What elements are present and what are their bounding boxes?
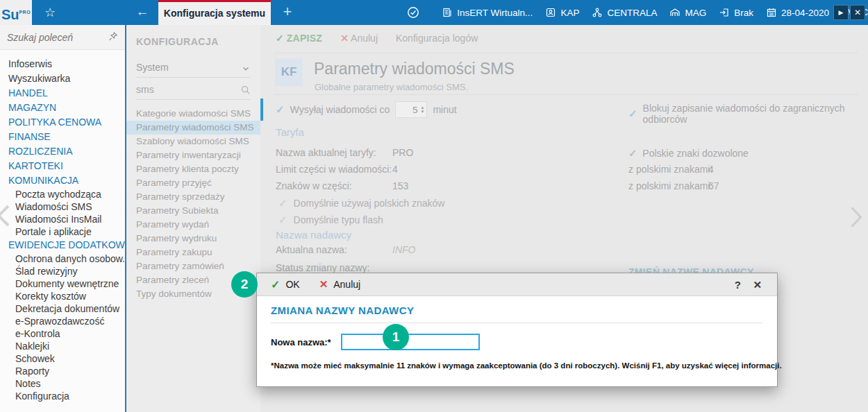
collapse-left-chevron-icon[interactable] — [0, 202, 11, 232]
field-value: INFO — [392, 244, 415, 255]
ok-button[interactable]: OK — [285, 279, 299, 290]
config-item[interactable]: Parametry klienta poczty — [126, 162, 260, 176]
status-item-user[interactable]: KAP — [545, 7, 579, 18]
sidebar-item-kartoteki[interactable]: KARTOTEKI — [0, 159, 125, 173]
back-arrow-icon[interactable]: ← — [132, 0, 153, 25]
config-search-input[interactable] — [136, 82, 233, 97]
config-item[interactable]: Parametry sprzedaży — [126, 190, 260, 204]
tab-konfiguracja-systemu[interactable]: Konfiguracja systemu — [158, 0, 271, 25]
annotation-badge-1: 1 — [383, 324, 409, 350]
cancel-button[interactable]: ✕ Anuluj — [340, 33, 378, 44]
sidebar-item-handel[interactable]: HANDEL — [0, 86, 125, 101]
sidebar-item-infoserwis[interactable]: Infoserwis — [0, 57, 125, 71]
save-button[interactable]: ✓ ZAPISZ — [276, 33, 322, 44]
sidebar-item-wiadomosci-insmail[interactable]: Wiadomości InsMail — [0, 213, 125, 225]
app-logo[interactable]: SuPRO — [0, 0, 32, 25]
sidebar-item-wyszukiwarka[interactable]: Wyszukiwarka — [0, 71, 125, 86]
stepper-arrows-icon[interactable]: ▲▼ — [420, 105, 424, 114]
cancel-x-icon: ✕ — [319, 278, 328, 291]
change-sender-name-dialog: ✓ OK ✕ Anuluj ? ✕ ZMIANA NAZWY NADAWCY N… — [256, 273, 778, 387]
config-item[interactable]: Szablony wiadomości SMS — [126, 135, 260, 148]
config-item[interactable]: Parametry przyjęć — [126, 176, 260, 190]
play-button[interactable]: ▶ — [833, 5, 849, 20]
sidebar-item-notes[interactable]: Notes — [0, 377, 125, 390]
sidebar-item-e-sprawozdawczosc[interactable]: e-Sprawozdawczość — [0, 315, 125, 327]
config-item[interactable]: Parametry zakupu — [126, 246, 260, 259]
sidebar-item-e-kontrola[interactable]: e-Kontrola — [0, 327, 125, 340]
status-item-label: MAG — [685, 8, 706, 18]
config-scope-dropdown[interactable]: System — [136, 60, 251, 78]
stepper-value: 5 — [401, 105, 420, 115]
block-foreign-label: Blokuj zapisanie wiadomości do zagranicz… — [643, 103, 868, 125]
config-panel: KONFIGURACJA System Kategorie wiadomości… — [126, 25, 260, 412]
cancel-label: Anuluj — [351, 33, 378, 44]
sidebar-item-schowek[interactable]: Schowek — [0, 352, 125, 365]
sidebar-item-magazyn[interactable]: MAGAZYN — [0, 101, 125, 115]
field-value: 4 — [708, 164, 714, 175]
status-item-branch[interactable]: CENTRALA — [592, 7, 657, 18]
sidebar-item-dokumenty-wewnetrzne[interactable]: Dokumenty wewnętrzne — [0, 277, 125, 290]
sidebar-item-raporty[interactable]: Raporty — [0, 365, 125, 377]
checkbox-checked-icon[interactable]: ✓ — [276, 103, 285, 116]
minutes-stepper[interactable]: 5▲▼ — [395, 101, 427, 118]
sidebar-item-poczta-wychodzaca[interactable]: Poczta wychodząca — [0, 188, 125, 200]
warehouse-icon — [669, 7, 681, 18]
config-item[interactable]: Parametry Subiekta — [126, 204, 260, 218]
default-polish-checkbox[interactable]: ✓Domyślnie używaj polskich znaków — [278, 197, 444, 209]
sidebar-item-dekretacja[interactable]: Dekretacja dokumentów — [0, 302, 125, 315]
checkbox-checked-icon[interactable]: ✓ — [628, 147, 637, 159]
sidebar-item-portale[interactable]: Portale i aplikacje — [0, 225, 125, 238]
content-toolbar: ✓ ZAPISZ ✕ Anuluj Konfiguracja logów — [276, 33, 478, 44]
status-item-insert[interactable]: InsERT Wirtualn... — [442, 7, 533, 18]
sidebar-item-wiadomosci-sms[interactable]: Wiadomości SMS — [0, 200, 125, 213]
sidebar-item-korekty-kosztow[interactable]: Korekty kosztów — [0, 290, 125, 302]
dialog-cancel-button[interactable]: Anuluj — [333, 279, 360, 290]
sidebar-item-rozliczenia[interactable]: ROZLICZENIA — [0, 144, 125, 159]
status-item-session[interactable]: Brak — [719, 7, 753, 18]
default-flash-checkbox[interactable]: ✓Domyślnie typu flash — [278, 214, 383, 226]
sidebar-item-komunikacja[interactable]: KOMUNIKACJA — [0, 173, 125, 188]
polish-allowed-row: ✓ Polskie znaki dozwolone — [628, 147, 749, 160]
status-item-label: Brak — [734, 8, 753, 18]
status-item-date[interactable]: 28-04-2020 — [766, 7, 829, 18]
config-item[interactable]: Parametry inwentaryzacji — [126, 148, 260, 162]
sidebar-item-ewidencje-dodatkowe[interactable]: EWIDENCJE DODATKOWE — [0, 238, 125, 252]
config-item[interactable]: Parametry wydruku — [126, 232, 260, 246]
config-item[interactable]: Parametry wydań — [126, 218, 260, 232]
status-item-label: KAP — [560, 8, 579, 18]
page-badge: KF — [275, 58, 303, 86]
window-close-button[interactable]: ✕ — [850, 5, 865, 20]
section-nazwa-nadawcy: Nazwa nadawcy — [276, 229, 351, 241]
sidebar-item-naklejki[interactable]: Naklejki — [0, 340, 125, 352]
pin-icon[interactable] — [108, 31, 118, 44]
new-name-input[interactable] — [341, 334, 480, 350]
sidebar-item-finanse[interactable]: FINANSE — [0, 130, 125, 144]
config-item-selected[interactable]: Parametry wiadomości SMS — [126, 121, 260, 135]
sync-check-icon[interactable] — [407, 6, 419, 19]
field-label: z polskimi znakami: — [628, 180, 712, 191]
status-item-warehouse[interactable]: MAG — [669, 7, 706, 18]
config-item[interactable]: Kategorie wiadomości SMS — [126, 107, 260, 121]
checkbox-icon: ✓ — [278, 197, 287, 209]
command-search-input[interactable] — [7, 29, 97, 46]
dialog-help-button[interactable]: ? — [735, 273, 741, 296]
field-label: Aktualna nazwa: — [276, 244, 347, 255]
sidebar-item-slad-rewizyjny[interactable]: Ślad rewizyjny — [0, 265, 125, 277]
log-config-button[interactable]: Konfiguracja logów — [396, 33, 478, 44]
sidebar-item-konfiguracja[interactable]: Konfiguracja — [0, 390, 125, 402]
ok-check-icon: ✓ — [271, 278, 280, 291]
new-tab-button[interactable]: + — [278, 0, 297, 25]
dialog-close-button[interactable]: ✕ — [753, 273, 762, 296]
favorites-star-icon[interactable]: ☆ — [40, 0, 60, 25]
sidebar: Infoserwis Wyszukiwarka HANDEL MAGAZYN P… — [0, 25, 125, 412]
sidebar-item-ochrona-danych[interactable]: Ochrona danych osobow... — [0, 252, 125, 265]
next-chevron-icon[interactable] — [849, 204, 864, 233]
current-name-row: Aktualna nazwa:INFO — [276, 244, 347, 255]
checkbox-icon: ✓ — [278, 214, 287, 226]
check-icon: ✓ — [276, 33, 284, 44]
checkbox-label: Domyślnie używaj polskich znaków — [294, 198, 445, 209]
sidebar-item-polityka-cenowa[interactable]: POLITYKA CENOWA — [0, 115, 125, 130]
section-taryfa: Taryfa — [276, 126, 304, 138]
checkbox-checked-icon[interactable]: ✓ — [628, 108, 637, 120]
network-icon — [592, 7, 603, 18]
